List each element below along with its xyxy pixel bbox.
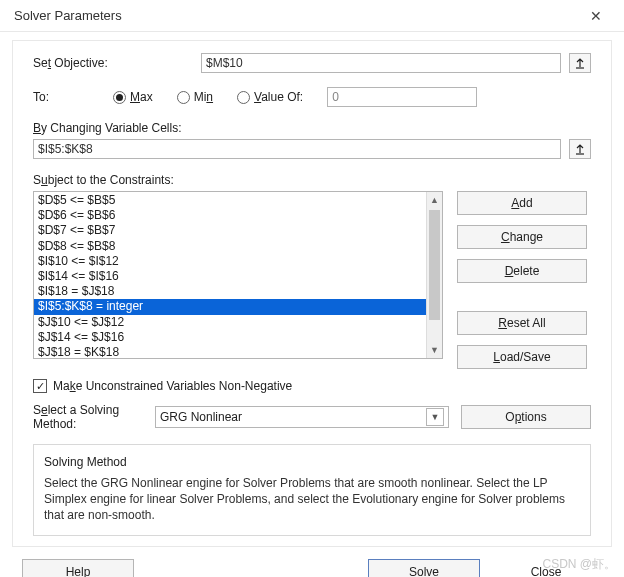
method-select[interactable]: GRG Nonlinear ▼ [155,406,449,428]
scroll-down-icon[interactable]: ▼ [427,342,442,358]
nonneg-checkbox[interactable]: ✓ Make Unconstrained Variables Non-Negat… [33,379,591,393]
radio-max[interactable]: Max [113,90,153,104]
options-button[interactable]: Options [461,405,591,429]
radio-valueof-label: Value Of: [254,90,303,104]
help-button[interactable]: Help [22,559,134,577]
constraint-item[interactable]: $J$14 <= $J$16 [34,330,442,345]
changing-cells-input[interactable] [33,139,561,159]
constraints-listbox[interactable]: $D$5 <= $B$5$D$6 <= $B$6$D$7 <= $B$7$D$8… [33,191,443,359]
constraint-item[interactable]: $D$5 <= $B$5 [34,193,442,208]
constraint-item[interactable]: $I$14 <= $I$16 [34,269,442,284]
chevron-down-icon: ▼ [426,408,444,426]
dialog-footer: Help Solve Close [0,551,624,577]
titlebar: Solver Parameters ✕ [0,0,624,32]
constraint-item[interactable]: $D$7 <= $B$7 [34,223,442,238]
add-button[interactable]: Add [457,191,587,215]
set-objective-label: Set Objective: [33,56,193,70]
to-label: To: [33,90,89,104]
changing-ref-button[interactable] [569,139,591,159]
constraint-item[interactable]: $I$5:$K$8 = integer [34,299,442,314]
constraint-item[interactable]: $D$6 <= $B$6 [34,208,442,223]
scrollbar[interactable]: ▲ ▼ [426,192,442,358]
radio-valueof[interactable]: Value Of: [237,90,303,104]
radio-min-label: Min [194,90,213,104]
watermark: CSDN @虾。 [542,556,616,573]
solve-button[interactable]: Solve [368,559,480,577]
close-icon[interactable]: ✕ [576,2,616,30]
reset-all-button[interactable]: Reset All [457,311,587,335]
objective-input[interactable] [201,53,561,73]
constraint-item[interactable]: $J$18 = $K$18 [34,345,442,359]
method-value: GRG Nonlinear [160,410,242,424]
solving-method-groupbox: Solving Method Select the GRG Nonlinear … [33,444,591,537]
method-label: Select a SolvingMethod: [33,403,143,432]
nonneg-label: Make Unconstrained Variables Non-Negativ… [53,379,292,393]
constraint-item[interactable]: $J$10 <= $J$12 [34,315,442,330]
delete-button[interactable]: Delete [457,259,587,283]
groupbox-text: Select the GRG Nonlinear engine for Solv… [44,475,580,524]
objective-ref-button[interactable] [569,53,591,73]
constraint-item[interactable]: $I$18 = $J$18 [34,284,442,299]
check-icon: ✓ [33,379,47,393]
load-save-button[interactable]: Load/Save [457,345,587,369]
window-title: Solver Parameters [14,8,576,23]
change-button[interactable]: Change [457,225,587,249]
constraints-label: Subject to the Constraints: [33,173,591,187]
scroll-up-icon[interactable]: ▲ [427,192,442,208]
scroll-thumb[interactable] [429,210,440,320]
radio-max-label: Max [130,90,153,104]
constraint-item[interactable]: $I$10 <= $I$12 [34,254,442,269]
changing-cells-label: By Changing Variable Cells: [33,121,591,135]
constraint-item[interactable]: $D$8 <= $B$8 [34,239,442,254]
groupbox-title: Solving Method [44,455,580,469]
dialog-content: Set Objective: To: Max Min Value Of: By … [12,40,612,547]
valueof-input[interactable] [327,87,477,107]
radio-min[interactable]: Min [177,90,213,104]
